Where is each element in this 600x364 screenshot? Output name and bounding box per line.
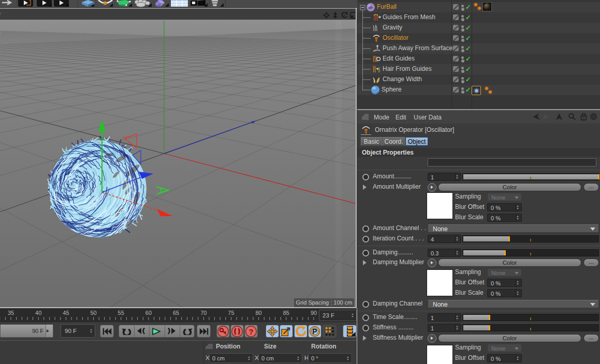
svg-text:60: 60 [145, 310, 152, 316]
svg-text:90: 90 [311, 310, 317, 316]
svg-text:P: P [312, 327, 317, 335]
svg-text:75: 75 [228, 310, 234, 316]
svg-text:45: 45 [63, 310, 69, 316]
svg-text:65: 65 [173, 310, 179, 316]
svg-text:50: 50 [90, 310, 96, 316]
svg-text:80: 80 [255, 310, 261, 316]
svg-text:35: 35 [8, 310, 14, 316]
svg-text:40: 40 [35, 310, 41, 316]
svg-text:?: ? [249, 327, 254, 336]
svg-text:70: 70 [200, 310, 207, 316]
svg-text:55: 55 [118, 310, 124, 316]
svg-text:85: 85 [283, 310, 289, 316]
